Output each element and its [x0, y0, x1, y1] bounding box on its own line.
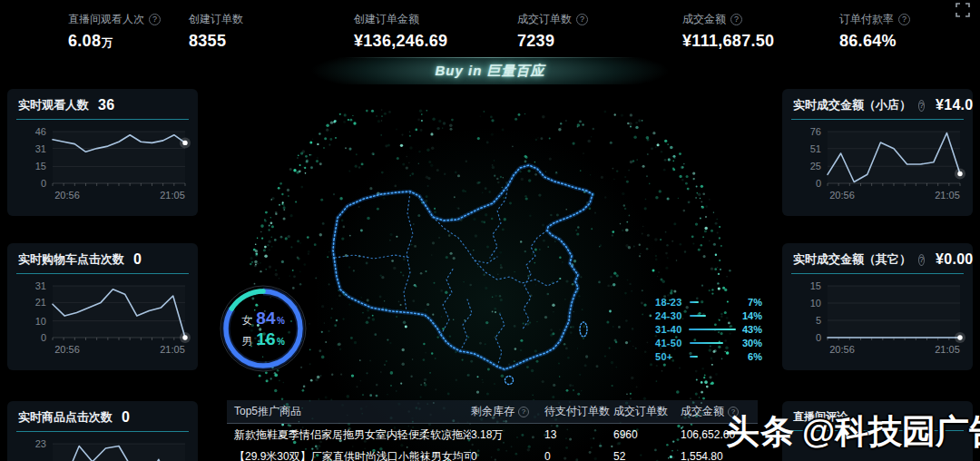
age-range: 24-30 — [655, 310, 690, 321]
banner-label: Buy in 巨量百应 — [435, 63, 544, 80]
kpi-value: ¥111,687.50 — [682, 32, 774, 50]
col-stock: 剩余库存 — [471, 404, 544, 419]
product-pending: 13 — [544, 428, 613, 441]
age-row: 31-4043% — [655, 323, 762, 337]
gender-donut: 女84% 男16% — [218, 283, 309, 374]
age-bar — [690, 356, 698, 358]
panel-title: 实时成交金额（小店） — [793, 97, 911, 113]
kpi-unit: 万 — [102, 36, 113, 49]
svg-text:25: 25 — [810, 161, 821, 172]
help-icon[interactable] — [576, 14, 588, 25]
product-name: 新款拖鞋夏季情侣家居拖男女室内轻便柔软凉拖浴室洗... — [227, 427, 471, 443]
panel-title: 实时购物车点击次数 — [18, 251, 124, 268]
kpi-label: 成交订单数 — [517, 12, 572, 27]
age-bar — [689, 329, 735, 330]
kpi-live-views: 直播间观看人次 6.08万 — [68, 12, 161, 51]
svg-text:31: 31 — [35, 143, 46, 154]
help-icon[interactable] — [518, 407, 529, 417]
age-pct: 43% — [736, 324, 762, 335]
age-bar — [690, 342, 723, 344]
svg-text:76: 76 — [810, 126, 821, 137]
svg-text:15: 15 — [810, 280, 821, 291]
fullscreen-icon[interactable] — [955, 2, 971, 18]
age-row: 24-3014% — [655, 309, 762, 323]
kpi-label: 创建订单金额 — [354, 12, 419, 27]
watermark-brand: 头条 — [726, 409, 795, 455]
kpi-value: 7239 — [517, 32, 554, 50]
gender-female-row: 女84% — [241, 309, 285, 329]
kpi-label: 订单付款率 — [839, 12, 894, 27]
product-stock: 0 — [471, 450, 544, 461]
panel-product-clicks: 实时商品点击次数0 23 — [7, 401, 198, 461]
age-range: 41-50 — [655, 338, 690, 348]
panel-title: 实时成交金额（其它） — [793, 251, 911, 268]
svg-text:20:56: 20:56 — [829, 190, 855, 201]
panel-cart-clicks: 实时购物车点击次数0 312110020:5621:05 — [7, 243, 198, 370]
age-row: 18-237% — [655, 296, 762, 309]
product-deals: 6960 — [613, 428, 681, 441]
panel-value: ¥14.00 — [936, 97, 973, 113]
svg-text:21: 21 — [35, 297, 46, 308]
svg-text:0: 0 — [816, 178, 821, 189]
kpi-label: 创建订单数 — [189, 12, 243, 27]
table-row[interactable]: 【29.9米30双】厂家直供时尚浅口小熊袜男女均可穿 0 0 52 1,554.… — [227, 446, 758, 461]
help-icon[interactable] — [730, 14, 742, 25]
male-value: 16 — [256, 329, 276, 349]
svg-text:51: 51 — [810, 143, 821, 154]
panel-value: 0 — [133, 251, 142, 268]
age-pct: 7% — [735, 297, 762, 308]
kpi-pay-rate: 订单付款率 86.64% — [839, 12, 910, 51]
svg-text:21:05: 21:05 — [935, 190, 960, 201]
panel-value: 0 — [122, 409, 130, 426]
svg-text:31: 31 — [35, 280, 46, 291]
male-unit: % — [277, 337, 285, 347]
product-banner: Buy in 巨量百应 — [281, 57, 699, 84]
cart-clicks-line-chart: 312110020:5621:05 — [13, 278, 198, 370]
help-icon[interactable] — [149, 14, 161, 25]
svg-text:21:05: 21:05 — [160, 190, 185, 201]
watermark-handle: @科技园广告部 — [802, 409, 980, 455]
age-range: 31-40 — [655, 324, 689, 335]
male-label: 男 — [241, 334, 252, 349]
kpi-created-orders: 创建订单数 8355 — [189, 12, 243, 51]
svg-text:21:05: 21:05 — [935, 344, 960, 355]
svg-text:5: 5 — [816, 315, 821, 326]
age-row: 41-5030% — [655, 336, 762, 349]
col-product-title: Top5推广商品 — [227, 404, 471, 419]
kpi-label: 直播间观看人次 — [68, 12, 144, 27]
product-name: 【29.9米30双】厂家直供时尚浅口小熊袜男女均可穿 — [227, 449, 471, 461]
help-icon[interactable] — [898, 14, 910, 25]
gmv-shop-line-chart: 765125020:5621:05 — [788, 123, 973, 216]
age-row: 50+6% — [655, 349, 762, 363]
watermark: 头条 @科技园广告部 — [726, 409, 980, 455]
age-pct: 6% — [735, 351, 762, 362]
product-deals: 52 — [613, 450, 681, 461]
kpi-deal-orders: 成交订单数 7239 — [517, 12, 588, 51]
svg-text:20:56: 20:56 — [54, 344, 80, 355]
svg-text:0: 0 — [816, 332, 821, 343]
panel-title: 实时观看人数 — [18, 97, 89, 113]
age-pct: 14% — [735, 310, 762, 321]
age-distribution-legend: 18-237% 24-3014% 31-4043% 41-5030% 50+6% — [655, 296, 762, 363]
svg-text:15: 15 — [35, 161, 46, 172]
panel-value: ¥0.00 — [936, 251, 973, 268]
age-bar — [690, 315, 706, 317]
svg-text:10: 10 — [35, 316, 46, 327]
svg-text:20:56: 20:56 — [54, 190, 80, 201]
gmv-other-line-chart: 15105020:5621:05 — [788, 278, 973, 370]
help-icon[interactable] — [918, 100, 925, 112]
panel-value: 36 — [98, 97, 114, 113]
female-value: 84 — [256, 309, 276, 329]
svg-text:10: 10 — [810, 298, 821, 309]
panel-gmv-shop: 实时成交金额（小店）¥14.00 765125020:5621:05 — [782, 89, 973, 216]
product-stock: 3.18万 — [471, 427, 544, 443]
kpi-label: 成交金额 — [682, 12, 726, 27]
age-range: 18-23 — [655, 297, 690, 308]
female-label: 女 — [241, 313, 252, 329]
table-row[interactable]: 新款拖鞋夏季情侣家居拖男女室内轻便柔软凉拖浴室洗... 3.18万 13 696… — [227, 424, 758, 446]
col-pending: 待支付订单数 — [544, 404, 613, 419]
table-header: Top5推广商品 剩余库存 待支付订单数 成交订单数 成交金额 — [227, 400, 758, 424]
female-unit: % — [277, 316, 285, 326]
panel-title: 实时商品点击次数 — [18, 409, 113, 426]
help-icon[interactable] — [918, 254, 925, 266]
